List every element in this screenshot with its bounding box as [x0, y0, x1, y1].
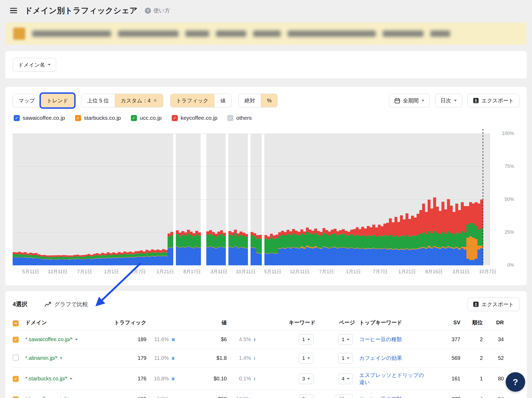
y-axis-label: 100% [502, 131, 514, 136]
legend-label: keycoffee.co.jp [181, 115, 218, 121]
pages-select[interactable]: 13 [336, 394, 353, 398]
value-amount: $39 [193, 396, 227, 398]
traffic-share-plot[interactable]: 5月11日12月11日7月1日1月1日7月7日1月21日8月17日3月11日10… [13, 128, 490, 280]
custom-selection-button[interactable]: カスタム：4 ✕ [115, 94, 163, 107]
rank-value: 4 [460, 396, 483, 398]
usage-help-link[interactable]: ? 使い方 [145, 7, 170, 14]
unit-absolute-button[interactable]: 絶対 [238, 94, 261, 107]
rank-value: 2 [460, 355, 483, 361]
row-checkbox[interactable]: ✓ [13, 376, 19, 382]
row-checkbox[interactable] [13, 355, 19, 361]
legend-item[interactable]: ✓others [227, 115, 252, 121]
value-amount: $6 [193, 336, 227, 342]
pages-select[interactable]: 1 [338, 334, 353, 345]
col-header-value[interactable]: 値 [193, 319, 227, 326]
col-header-rank[interactable]: 順位 [460, 319, 483, 326]
view-map-button[interactable]: マップ [13, 94, 41, 107]
row-checkbox[interactable]: ✓ [13, 396, 19, 398]
redacted-text [118, 31, 179, 37]
x-axis-label: 3月11日 [452, 268, 470, 275]
col-header-pages[interactable]: ページ [316, 319, 355, 326]
domain-link[interactable]: *.keycoffee.co.jp/* [25, 396, 67, 398]
table-export-button[interactable]: エクスポート [467, 297, 519, 311]
compare-in-chart-link[interactable]: グラフで比較 [44, 301, 88, 308]
pages-select[interactable]: 4 [338, 374, 353, 384]
x-axis-labels: 5月11日12月11日7月1日1月1日7月7日1月21日8月17日3月11日10… [13, 268, 490, 280]
col-header-domain[interactable]: ドメイン [25, 319, 107, 326]
domain-caret-icon[interactable] [70, 378, 72, 380]
legend-item[interactable]: ✓ucc.co.jp [131, 115, 162, 121]
domain-link[interactable]: *.starbucks.co.jp/* [25, 376, 67, 382]
help-fab[interactable]: ? [506, 372, 525, 392]
granularity-select-button[interactable]: 日次 [435, 94, 462, 107]
col-header-sv[interactable]: SV [434, 320, 460, 326]
redacted-text [288, 31, 376, 37]
chevron-down-icon [48, 64, 51, 66]
keywords-select[interactable]: 1 [299, 334, 313, 345]
chart-export-button[interactable]: エクスポート [467, 94, 519, 107]
checked-checkbox-icon[interactable]: ✓ [172, 115, 178, 121]
col-header-traffic[interactable]: トラフィック [107, 319, 146, 326]
legend-item[interactable]: ✓keycoffee.co.jp [172, 115, 218, 121]
table-row: ✓*.starbucks.co.jp/*17610.8%$0.100.1%34エ… [13, 367, 504, 390]
domain-name-filter-button[interactable]: ドメイン名 [13, 58, 56, 72]
legend-item[interactable]: ✓starbucks.co.jp [75, 115, 121, 121]
select-all-checkbox[interactable] [13, 320, 19, 326]
filter-card: ドメイン名 [5, 51, 527, 78]
unchecked-checkbox-icon[interactable]: ✓ [227, 115, 233, 121]
x-axis-label: 7月1日 [77, 268, 92, 275]
domain-caret-icon[interactable] [75, 339, 78, 340]
checked-checkbox-icon[interactable]: ✓ [131, 115, 137, 121]
traffic-percent: 9.5% [146, 396, 169, 398]
col-header-top-keyword[interactable]: トップキーワード [355, 319, 434, 326]
redacted-text [430, 31, 450, 37]
col-header-dr[interactable]: DR [483, 320, 504, 326]
unit-percent-button[interactable]: % [261, 94, 278, 107]
domain-link[interactable]: *.alinamin.jp/* [25, 355, 57, 361]
top-keyword-link[interactable]: コーヒー豆の種類 [359, 336, 402, 343]
comparison-table-card: 4選択 グラフで比較 エクスポート ドメイン トラフィック [5, 291, 527, 398]
x-axis-label: 12月11日 [48, 268, 68, 275]
traffic-value: 179 [107, 355, 146, 361]
keywords-select-value: 3 [302, 376, 305, 382]
domain-caret-icon[interactable] [60, 357, 62, 359]
top-keyword-link[interactable]: カフェインの効果 [359, 355, 402, 362]
unit-segment: 絶対 % [238, 94, 278, 107]
traffic-share-bar [172, 338, 175, 341]
table-export-label: エクスポート [482, 301, 514, 308]
period-select-button[interactable]: 全期間 [389, 94, 430, 107]
metric-value-button[interactable]: 値 [214, 94, 231, 107]
menu-icon[interactable] [10, 8, 17, 13]
x-axis-label: 10月7日 [479, 268, 496, 275]
keywords-select[interactable]: 1 [299, 353, 313, 364]
value-amount: $0.10 [193, 376, 227, 382]
pages-select-value: 4 [342, 376, 344, 382]
granularity-label: 日次 [441, 97, 451, 104]
close-icon[interactable]: ✕ [153, 98, 157, 103]
value-share-bar [254, 357, 255, 360]
top5-button[interactable]: 上位 5 位 [81, 94, 115, 107]
traffic-share-chart-svg[interactable] [13, 128, 490, 265]
keywords-select[interactable]: 3 [299, 374, 313, 384]
checked-checkbox-icon[interactable]: ✓ [14, 115, 20, 121]
pages-select[interactable]: 1 [338, 353, 353, 364]
row-checkbox[interactable]: ✓ [13, 337, 19, 343]
value-share-bar [254, 338, 255, 341]
y-axis-label: 50% [505, 197, 514, 202]
top-keyword-link[interactable]: コーヒー豆の種類 [359, 396, 402, 398]
redacted-text [32, 31, 111, 37]
keywords-select[interactable]: 5 [299, 394, 313, 398]
pages-select-value: 1 [342, 355, 344, 361]
pages-select-value: 1 [342, 337, 344, 342]
top-keyword-link[interactable]: エスプレッソとドリップの違い [359, 372, 425, 386]
metric-traffic-button[interactable]: トラフィック [170, 94, 215, 107]
table-row: *.alinamin.jp/*17911.0%$1.81.4%11カフェインの効… [13, 349, 504, 367]
view-trend-button[interactable]: トレンド [41, 94, 74, 107]
domain-link[interactable]: *.sawaicoffee.co.jp/* [25, 336, 73, 342]
value-percent: 1.4% [227, 355, 251, 361]
legend-item[interactable]: ✓sawaicoffee.co.jp [14, 115, 65, 121]
value-percent: 0.1% [227, 376, 251, 382]
col-header-keywords[interactable]: キーワード [273, 319, 316, 326]
y-axis-labels: 100%75%50%25%0% [490, 128, 514, 265]
checked-checkbox-icon[interactable]: ✓ [75, 115, 81, 121]
